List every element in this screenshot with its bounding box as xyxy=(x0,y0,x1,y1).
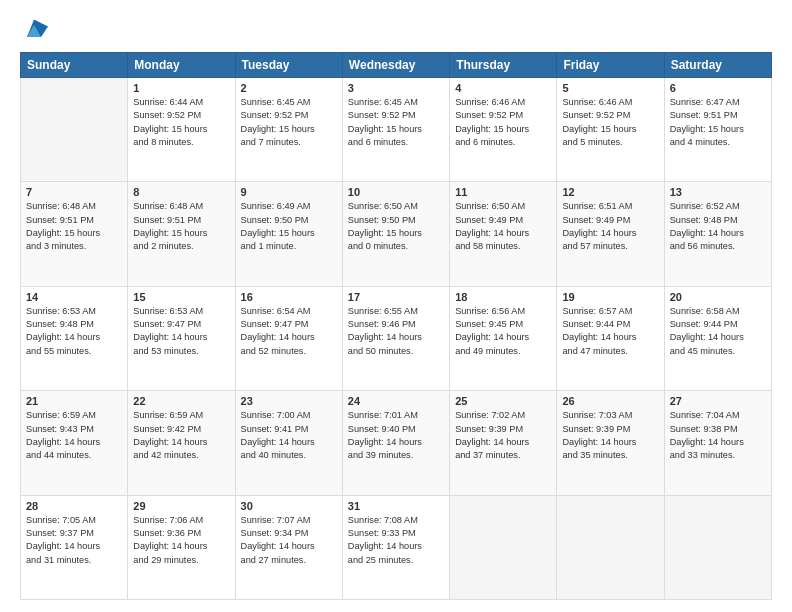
day-number: 11 xyxy=(455,186,551,198)
day-cell: 12Sunrise: 6:51 AM Sunset: 9:49 PM Dayli… xyxy=(557,182,664,286)
day-info: Sunrise: 7:03 AM Sunset: 9:39 PM Dayligh… xyxy=(562,409,658,462)
day-number: 22 xyxy=(133,395,229,407)
day-cell: 7Sunrise: 6:48 AM Sunset: 9:51 PM Daylig… xyxy=(21,182,128,286)
day-number: 28 xyxy=(26,500,122,512)
logo-icon xyxy=(20,16,48,44)
day-info: Sunrise: 6:56 AM Sunset: 9:45 PM Dayligh… xyxy=(455,305,551,358)
header xyxy=(20,16,772,44)
page: SundayMondayTuesdayWednesdayThursdayFrid… xyxy=(0,0,792,612)
day-number: 8 xyxy=(133,186,229,198)
weekday-header-thursday: Thursday xyxy=(450,53,557,78)
weekday-header-friday: Friday xyxy=(557,53,664,78)
day-cell: 16Sunrise: 6:54 AM Sunset: 9:47 PM Dayli… xyxy=(235,286,342,390)
day-info: Sunrise: 6:48 AM Sunset: 9:51 PM Dayligh… xyxy=(26,200,122,253)
day-number: 27 xyxy=(670,395,766,407)
day-cell: 22Sunrise: 6:59 AM Sunset: 9:42 PM Dayli… xyxy=(128,391,235,495)
logo xyxy=(20,16,52,44)
day-number: 15 xyxy=(133,291,229,303)
day-cell: 4Sunrise: 6:46 AM Sunset: 9:52 PM Daylig… xyxy=(450,78,557,182)
day-number: 18 xyxy=(455,291,551,303)
day-number: 6 xyxy=(670,82,766,94)
day-info: Sunrise: 6:57 AM Sunset: 9:44 PM Dayligh… xyxy=(562,305,658,358)
day-cell: 1Sunrise: 6:44 AM Sunset: 9:52 PM Daylig… xyxy=(128,78,235,182)
day-cell: 11Sunrise: 6:50 AM Sunset: 9:49 PM Dayli… xyxy=(450,182,557,286)
day-cell: 5Sunrise: 6:46 AM Sunset: 9:52 PM Daylig… xyxy=(557,78,664,182)
day-number: 17 xyxy=(348,291,444,303)
day-info: Sunrise: 6:54 AM Sunset: 9:47 PM Dayligh… xyxy=(241,305,337,358)
day-number: 4 xyxy=(455,82,551,94)
day-cell: 18Sunrise: 6:56 AM Sunset: 9:45 PM Dayli… xyxy=(450,286,557,390)
day-cell: 2Sunrise: 6:45 AM Sunset: 9:52 PM Daylig… xyxy=(235,78,342,182)
day-cell xyxy=(21,78,128,182)
day-number: 3 xyxy=(348,82,444,94)
day-cell: 3Sunrise: 6:45 AM Sunset: 9:52 PM Daylig… xyxy=(342,78,449,182)
weekday-row: SundayMondayTuesdayWednesdayThursdayFrid… xyxy=(21,53,772,78)
day-number: 31 xyxy=(348,500,444,512)
day-cell: 10Sunrise: 6:50 AM Sunset: 9:50 PM Dayli… xyxy=(342,182,449,286)
day-number: 14 xyxy=(26,291,122,303)
day-info: Sunrise: 6:59 AM Sunset: 9:43 PM Dayligh… xyxy=(26,409,122,462)
day-cell: 8Sunrise: 6:48 AM Sunset: 9:51 PM Daylig… xyxy=(128,182,235,286)
day-cell: 25Sunrise: 7:02 AM Sunset: 9:39 PM Dayli… xyxy=(450,391,557,495)
day-info: Sunrise: 6:59 AM Sunset: 9:42 PM Dayligh… xyxy=(133,409,229,462)
day-number: 25 xyxy=(455,395,551,407)
day-number: 10 xyxy=(348,186,444,198)
day-number: 5 xyxy=(562,82,658,94)
day-number: 26 xyxy=(562,395,658,407)
day-info: Sunrise: 6:48 AM Sunset: 9:51 PM Dayligh… xyxy=(133,200,229,253)
day-cell: 14Sunrise: 6:53 AM Sunset: 9:48 PM Dayli… xyxy=(21,286,128,390)
day-cell: 19Sunrise: 6:57 AM Sunset: 9:44 PM Dayli… xyxy=(557,286,664,390)
day-cell: 9Sunrise: 6:49 AM Sunset: 9:50 PM Daylig… xyxy=(235,182,342,286)
day-cell: 6Sunrise: 6:47 AM Sunset: 9:51 PM Daylig… xyxy=(664,78,771,182)
calendar-body: 1Sunrise: 6:44 AM Sunset: 9:52 PM Daylig… xyxy=(21,78,772,600)
day-cell: 23Sunrise: 7:00 AM Sunset: 9:41 PM Dayli… xyxy=(235,391,342,495)
day-info: Sunrise: 7:00 AM Sunset: 9:41 PM Dayligh… xyxy=(241,409,337,462)
day-number: 29 xyxy=(133,500,229,512)
day-info: Sunrise: 6:46 AM Sunset: 9:52 PM Dayligh… xyxy=(455,96,551,149)
week-row-2: 14Sunrise: 6:53 AM Sunset: 9:48 PM Dayli… xyxy=(21,286,772,390)
day-number: 23 xyxy=(241,395,337,407)
day-info: Sunrise: 6:44 AM Sunset: 9:52 PM Dayligh… xyxy=(133,96,229,149)
day-cell: 31Sunrise: 7:08 AM Sunset: 9:33 PM Dayli… xyxy=(342,495,449,599)
day-info: Sunrise: 6:50 AM Sunset: 9:49 PM Dayligh… xyxy=(455,200,551,253)
day-number: 20 xyxy=(670,291,766,303)
day-info: Sunrise: 7:02 AM Sunset: 9:39 PM Dayligh… xyxy=(455,409,551,462)
day-number: 16 xyxy=(241,291,337,303)
day-info: Sunrise: 7:07 AM Sunset: 9:34 PM Dayligh… xyxy=(241,514,337,567)
weekday-header-monday: Monday xyxy=(128,53,235,78)
day-info: Sunrise: 6:52 AM Sunset: 9:48 PM Dayligh… xyxy=(670,200,766,253)
day-info: Sunrise: 6:45 AM Sunset: 9:52 PM Dayligh… xyxy=(348,96,444,149)
day-cell: 24Sunrise: 7:01 AM Sunset: 9:40 PM Dayli… xyxy=(342,391,449,495)
day-cell xyxy=(664,495,771,599)
day-info: Sunrise: 7:06 AM Sunset: 9:36 PM Dayligh… xyxy=(133,514,229,567)
day-number: 2 xyxy=(241,82,337,94)
day-cell: 17Sunrise: 6:55 AM Sunset: 9:46 PM Dayli… xyxy=(342,286,449,390)
day-info: Sunrise: 6:51 AM Sunset: 9:49 PM Dayligh… xyxy=(562,200,658,253)
day-info: Sunrise: 6:50 AM Sunset: 9:50 PM Dayligh… xyxy=(348,200,444,253)
day-cell: 27Sunrise: 7:04 AM Sunset: 9:38 PM Dayli… xyxy=(664,391,771,495)
week-row-0: 1Sunrise: 6:44 AM Sunset: 9:52 PM Daylig… xyxy=(21,78,772,182)
day-info: Sunrise: 7:08 AM Sunset: 9:33 PM Dayligh… xyxy=(348,514,444,567)
calendar-table: SundayMondayTuesdayWednesdayThursdayFrid… xyxy=(20,52,772,600)
day-number: 9 xyxy=(241,186,337,198)
calendar-header: SundayMondayTuesdayWednesdayThursdayFrid… xyxy=(21,53,772,78)
day-cell: 29Sunrise: 7:06 AM Sunset: 9:36 PM Dayli… xyxy=(128,495,235,599)
day-info: Sunrise: 7:05 AM Sunset: 9:37 PM Dayligh… xyxy=(26,514,122,567)
week-row-4: 28Sunrise: 7:05 AM Sunset: 9:37 PM Dayli… xyxy=(21,495,772,599)
day-info: Sunrise: 7:04 AM Sunset: 9:38 PM Dayligh… xyxy=(670,409,766,462)
week-row-3: 21Sunrise: 6:59 AM Sunset: 9:43 PM Dayli… xyxy=(21,391,772,495)
day-number: 30 xyxy=(241,500,337,512)
weekday-header-sunday: Sunday xyxy=(21,53,128,78)
week-row-1: 7Sunrise: 6:48 AM Sunset: 9:51 PM Daylig… xyxy=(21,182,772,286)
day-info: Sunrise: 6:58 AM Sunset: 9:44 PM Dayligh… xyxy=(670,305,766,358)
day-number: 24 xyxy=(348,395,444,407)
day-number: 19 xyxy=(562,291,658,303)
day-cell xyxy=(557,495,664,599)
day-number: 21 xyxy=(26,395,122,407)
day-number: 12 xyxy=(562,186,658,198)
weekday-header-wednesday: Wednesday xyxy=(342,53,449,78)
day-cell: 26Sunrise: 7:03 AM Sunset: 9:39 PM Dayli… xyxy=(557,391,664,495)
day-cell: 30Sunrise: 7:07 AM Sunset: 9:34 PM Dayli… xyxy=(235,495,342,599)
day-cell: 15Sunrise: 6:53 AM Sunset: 9:47 PM Dayli… xyxy=(128,286,235,390)
day-number: 7 xyxy=(26,186,122,198)
